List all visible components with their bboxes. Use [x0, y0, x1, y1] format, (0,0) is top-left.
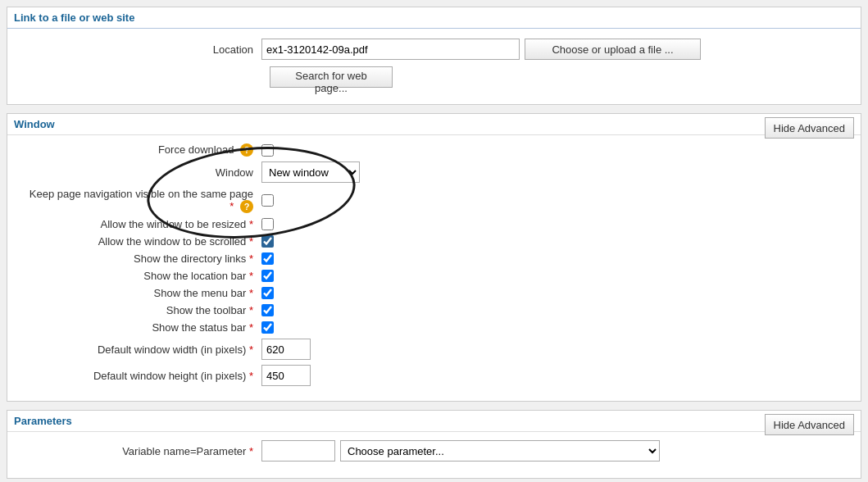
default-height-label: Default window height (in pixels) [93, 370, 246, 382]
allow-resize-checkbox[interactable] [261, 218, 274, 230]
allow-scroll-required: * [249, 235, 253, 248]
params-section-title: Parameters [14, 415, 72, 427]
show-menu-required: * [249, 287, 253, 299]
force-download-label: Force download [158, 143, 234, 156]
show-status-label: Show the status bar [152, 321, 246, 334]
window-section-title: Window [14, 118, 55, 130]
location-label: Location [24, 43, 261, 56]
show-menu-label: Show the menu bar [154, 287, 247, 299]
show-directory-checkbox[interactable] [261, 252, 274, 265]
link-section-title: Link to a file or web site [14, 11, 134, 24]
show-toolbar-label: Show the toolbar [166, 304, 247, 316]
show-status-checkbox[interactable] [261, 321, 274, 334]
params-hide-advanced-button[interactable]: Hide Advanced [765, 414, 854, 435]
window-field-label: Window [216, 166, 253, 179]
show-location-checkbox[interactable] [261, 270, 274, 282]
show-toolbar-checkbox[interactable] [261, 304, 274, 316]
show-location-label: Show the location bar [143, 270, 246, 282]
location-input[interactable] [261, 39, 520, 60]
force-download-help-icon[interactable]: ? [240, 143, 253, 157]
allow-scroll-label: Allow the window to be scrolled [98, 235, 247, 248]
keep-nav-required: * [229, 200, 234, 212]
choose-upload-button[interactable]: Choose or upload a file ... [525, 39, 701, 60]
keep-nav-label: Keep page navigation visible on the same… [30, 188, 253, 200]
default-height-input[interactable] [261, 365, 311, 386]
default-height-required: * [249, 370, 253, 382]
force-download-checkbox[interactable] [261, 144, 274, 157]
choose-param-select[interactable]: Choose parameter... lang id title [340, 440, 660, 462]
default-width-label: Default window width (in pixels) [98, 343, 246, 356]
default-width-required: * [249, 343, 253, 356]
show-status-required: * [249, 321, 253, 334]
show-directory-required: * [249, 252, 253, 265]
search-web-button[interactable]: Search for web page... [270, 66, 393, 88]
show-menu-checkbox[interactable] [261, 287, 274, 299]
allow-resize-label: Allow the window to be resized [101, 218, 247, 230]
show-directory-label: Show the directory links [134, 252, 246, 265]
window-select[interactable]: New window Same window Parent window [261, 161, 360, 183]
keep-nav-help-icon[interactable]: ? [240, 200, 253, 213]
default-width-input[interactable] [261, 339, 311, 360]
variable-label: Variable name=Parameter [122, 445, 246, 457]
variable-input[interactable] [261, 440, 335, 462]
show-location-required: * [249, 270, 253, 282]
keep-nav-checkbox[interactable] [261, 194, 274, 207]
variable-required: * [249, 445, 253, 457]
allow-resize-required: * [249, 218, 253, 230]
allow-scroll-checkbox[interactable] [261, 235, 274, 248]
show-toolbar-required: * [249, 304, 253, 316]
